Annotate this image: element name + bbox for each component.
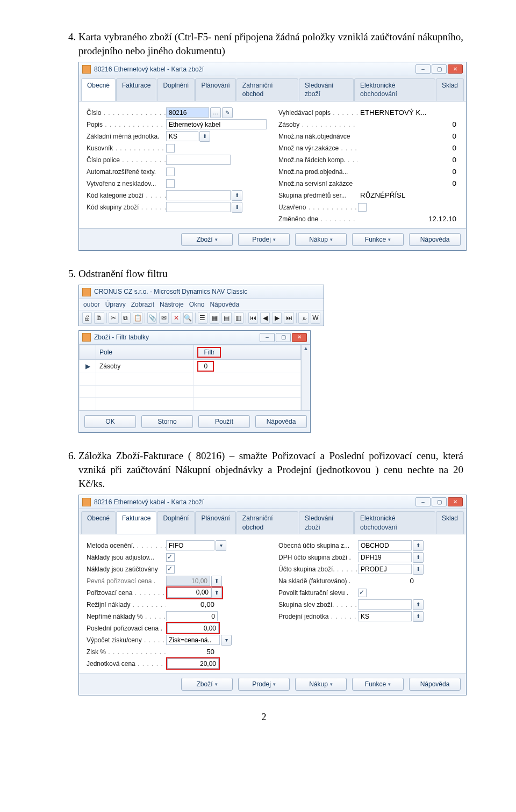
arrow-up-icon[interactable]: ⬆: [211, 576, 222, 586]
grid2-icon[interactable]: ▤: [221, 312, 231, 324]
btn-nakup[interactable]: Nákup: [295, 678, 347, 691]
menu-okno[interactable]: Okno: [189, 300, 205, 309]
menu-napoveda[interactable]: Nápověda: [210, 300, 239, 309]
table-row[interactable]: ▶ Zásoby 0: [80, 360, 301, 373]
btn-funkce[interactable]: Funkce: [352, 233, 404, 246]
tab-zahranicni[interactable]: Zahraniční obchod: [236, 78, 298, 100]
btn-pouzit[interactable]: Použít: [198, 415, 250, 428]
art-checkbox[interactable]: [166, 168, 175, 176]
next-icon[interactable]: ▶: [272, 312, 282, 324]
arrow-up-icon[interactable]: ⬆: [413, 599, 424, 610]
ppo-input[interactable]: [167, 623, 219, 633]
kkat-input[interactable]: [166, 190, 231, 200]
attach-icon[interactable]: 📎: [147, 312, 157, 324]
list-icon[interactable]: ☰: [198, 312, 207, 324]
find-icon[interactable]: 🔍: [183, 312, 193, 324]
maximize-button[interactable]: [432, 64, 447, 74]
dph-input[interactable]: [358, 552, 412, 562]
col-filtr[interactable]: Filtr: [204, 349, 214, 356]
ren-value[interactable]: [166, 600, 217, 609]
npn-input[interactable]: [166, 611, 218, 621]
tab-obecne[interactable]: Obecné: [81, 511, 116, 533]
delete-icon[interactable]: ✕: [171, 312, 181, 324]
ppc-input[interactable]: [166, 576, 210, 586]
arrow-up-icon[interactable]: ⬆: [232, 190, 242, 201]
btn-napoveda[interactable]: Nápověda: [409, 233, 461, 246]
prev-icon[interactable]: ◀: [260, 312, 270, 324]
print-icon[interactable]: 🖨: [82, 312, 92, 324]
paste-icon[interactable]: 📋: [133, 312, 142, 324]
dropdown-icon[interactable]: ▾: [216, 540, 226, 551]
kusovnik-checkbox[interactable]: [166, 144, 175, 153]
arrow-up-icon[interactable]: ⬆: [413, 611, 424, 622]
excel-icon[interactable]: 𝔁: [298, 312, 308, 324]
menu-soubor[interactable]: oubor: [83, 300, 100, 309]
uzav-checkbox[interactable]: [358, 203, 367, 212]
edit-icon[interactable]: ✎: [222, 107, 233, 118]
ssz-input[interactable]: [358, 599, 412, 610]
menu-upravy[interactable]: Úpravy: [105, 300, 126, 309]
maximize-button[interactable]: [432, 497, 447, 506]
btn-zbozi[interactable]: Zboží: [181, 233, 233, 246]
tab-sledovani[interactable]: Sledování zboží: [299, 78, 354, 100]
arrow-up-icon[interactable]: ⬆: [413, 540, 424, 551]
arrow-up-icon[interactable]: ⬆: [413, 552, 424, 563]
flowfilter-icon[interactable]: ▦: [210, 312, 219, 324]
table-row[interactable]: [80, 373, 301, 386]
btn-prodej[interactable]: Prodej: [238, 678, 290, 691]
cell-pole[interactable]: Zásoby: [96, 360, 194, 373]
tab-sklad[interactable]: Sklad: [436, 78, 464, 100]
cislo-input[interactable]: [166, 107, 209, 118]
btn-ok[interactable]: OK: [84, 415, 136, 428]
btn-napoveda[interactable]: Nápověda: [409, 678, 461, 691]
btn-napoveda[interactable]: Nápověda: [255, 415, 307, 428]
tab-planovani[interactable]: Plánování: [195, 78, 235, 100]
tab-sklad[interactable]: Sklad: [436, 511, 464, 533]
lookup-icon[interactable]: …: [210, 107, 221, 118]
last-icon[interactable]: ⏭: [284, 312, 293, 324]
tab-obecne[interactable]: Obecné: [81, 78, 116, 100]
minimize-button[interactable]: [415, 497, 431, 506]
minimize-button[interactable]: [415, 64, 431, 74]
tab-zahranicni[interactable]: Zahraniční obchod: [236, 511, 298, 533]
dropdown-icon[interactable]: ▾: [221, 635, 232, 646]
btn-nakup[interactable]: Nákup: [295, 233, 347, 246]
minimize-button[interactable]: [260, 333, 275, 342]
preview-icon[interactable]: 🗎: [94, 312, 104, 324]
close-button[interactable]: [448, 64, 463, 74]
nja-checkbox[interactable]: [166, 553, 175, 562]
met-input[interactable]: [166, 540, 214, 550]
mail-icon[interactable]: ✉: [159, 312, 169, 324]
tab-eobchod[interactable]: Elektronické obchodování: [354, 511, 435, 533]
usz-input[interactable]: [358, 564, 412, 574]
scrollbar[interactable]: ▲: [301, 345, 310, 410]
btn-zbozi[interactable]: Zboží: [181, 678, 233, 691]
ous-input[interactable]: [358, 540, 412, 550]
tab-doplneni[interactable]: Doplnění: [157, 78, 195, 100]
first-icon[interactable]: ⏮: [248, 312, 258, 324]
btn-funkce[interactable]: Funkce: [352, 678, 404, 691]
word-icon[interactable]: W: [311, 312, 320, 324]
tab-fakturace[interactable]: Fakturace: [116, 511, 156, 533]
tab-planovani[interactable]: Plánování: [195, 511, 235, 533]
pj-input[interactable]: [358, 611, 412, 621]
close-button[interactable]: [292, 333, 307, 342]
grid3-icon[interactable]: ▥: [234, 312, 243, 324]
pfs-checkbox[interactable]: [358, 589, 367, 597]
kskup-input[interactable]: [166, 202, 231, 212]
jc-input[interactable]: [167, 658, 219, 669]
col-pole[interactable]: Pole: [96, 345, 194, 359]
menu-nastroje[interactable]: Nástroje: [160, 300, 184, 309]
btn-prodej[interactable]: Prodej: [238, 233, 290, 246]
arrow-up-icon[interactable]: ⬆: [232, 202, 242, 213]
btn-storno[interactable]: Storno: [141, 415, 193, 428]
njz-checkbox[interactable]: [166, 565, 175, 574]
maximize-button[interactable]: [276, 333, 291, 342]
poc-input[interactable]: [167, 588, 211, 598]
cut-icon[interactable]: ✂: [109, 312, 118, 324]
vneskl-checkbox[interactable]: [166, 179, 175, 188]
table-row[interactable]: [80, 386, 301, 398]
tab-fakturace[interactable]: Fakturace: [116, 78, 156, 100]
arrow-up-icon[interactable]: ⬆: [413, 564, 424, 575]
tab-doplneni[interactable]: Doplnění: [157, 511, 195, 533]
